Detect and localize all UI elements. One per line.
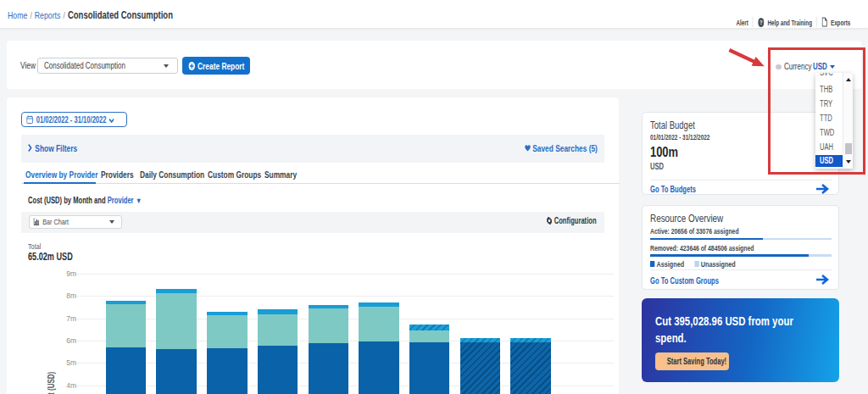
svg-text:?: ? <box>760 19 762 25</box>
